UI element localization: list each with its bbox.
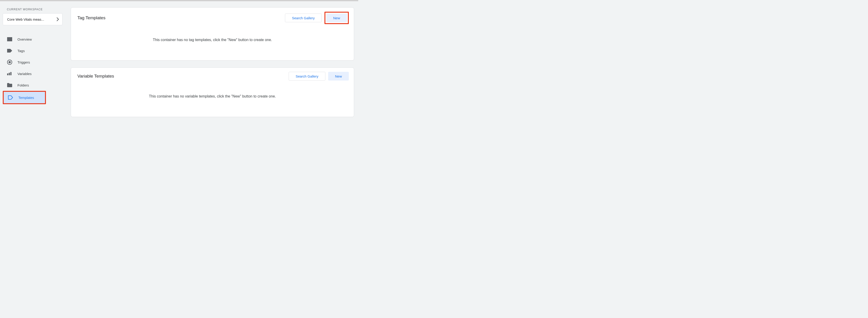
template-icon (8, 95, 13, 100)
sidebar-item-variables[interactable]: Variables (0, 68, 62, 79)
sidebar-templates-highlight: Templates (3, 91, 46, 104)
workspace-name: Core Web Vitals meas... (7, 17, 44, 21)
sidebar-item-overview[interactable]: Overview (0, 34, 62, 45)
svg-point-3 (8, 61, 11, 63)
tag-new-button-highlight: New (324, 12, 349, 24)
variable-search-gallery-button[interactable]: Search Gallery (289, 72, 326, 80)
sidebar-item-label: Triggers (18, 60, 30, 64)
svg-rect-5 (9, 73, 10, 75)
svg-rect-4 (7, 73, 8, 75)
overview-icon (7, 36, 12, 42)
workspace-section-label: CURRENT WORKSPACE (0, 6, 67, 13)
sidebar-item-label: Variables (18, 72, 31, 76)
variable-templates-empty-message: This container has no variable templates… (71, 80, 354, 117)
sidebar-nav: Overview Tags Triggers Variables (0, 32, 67, 104)
tag-icon (7, 48, 12, 54)
sidebar-item-triggers[interactable]: Triggers (0, 57, 62, 68)
sidebar-item-label: Templates (19, 96, 34, 100)
variable-icon (7, 71, 12, 76)
chevron-right-icon (57, 17, 59, 21)
tag-search-gallery-button[interactable]: Search Gallery (285, 13, 322, 22)
sidebar-item-label: Tags (18, 49, 25, 53)
svg-rect-0 (7, 37, 12, 38)
variable-templates-card: Variable Templates Search Gallery New Th… (71, 67, 354, 117)
tag-new-button[interactable]: New (326, 13, 347, 22)
sidebar-item-folders[interactable]: Folders (0, 79, 62, 91)
variable-templates-title: Variable Templates (78, 74, 114, 79)
tag-templates-empty-message: This container has no tag templates, cli… (71, 24, 354, 60)
main-content: Tag Templates Search Gallery New This co… (67, 1, 358, 129)
sidebar-item-label: Folders (18, 83, 29, 87)
variable-new-button[interactable]: New (328, 72, 349, 80)
svg-rect-6 (10, 72, 11, 75)
trigger-icon (7, 60, 12, 65)
tag-templates-card: Tag Templates Search Gallery New This co… (71, 7, 354, 61)
tag-templates-title: Tag Templates (78, 15, 105, 21)
sidebar-item-label: Overview (18, 37, 32, 41)
folder-icon (7, 82, 12, 88)
svg-rect-1 (7, 38, 12, 41)
sidebar-item-templates[interactable]: Templates (4, 92, 45, 103)
workspace-selector[interactable]: Core Web Vitals meas... (3, 13, 62, 25)
sidebar: CURRENT WORKSPACE Core Web Vitals meas..… (0, 1, 67, 129)
sidebar-item-tags[interactable]: Tags (0, 45, 62, 57)
